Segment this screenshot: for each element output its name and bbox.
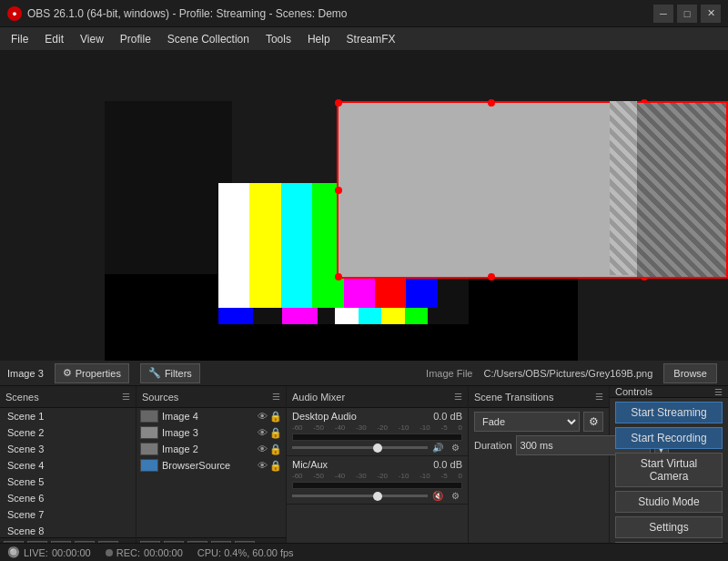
scene-item-3[interactable]: Scene 3	[0, 441, 136, 457]
desktop-audio-config[interactable]: ⚙	[448, 443, 462, 453]
transitions-type-select[interactable]: Fade Cut Swipe Slide	[474, 412, 580, 432]
cpu-text: CPU: 0.4%, 60.00 fps	[197, 547, 294, 558]
start-streaming-button[interactable]: Start Streaming	[615, 402, 723, 423]
audio-header-label: Audio Mixer	[292, 392, 345, 403]
menu-help[interactable]: Help	[300, 29, 338, 49]
source-item-3[interactable]: Image 2 👁 🔒	[136, 441, 286, 457]
mic-aux-config[interactable]: ⚙	[448, 491, 462, 501]
mic-aux-header: Mic/Aux 0.0 dB	[292, 459, 462, 470]
live-label: LIVE:	[24, 547, 48, 558]
desktop-audio-channel: Desktop Audio 0.0 dB -60-50-40-30-20-10-…	[287, 408, 468, 456]
handle-bc[interactable]	[488, 273, 495, 280]
controls-header-label: Controls	[615, 386, 652, 397]
hatched-overlay	[637, 101, 728, 279]
image-file-label: Image File	[426, 368, 472, 379]
settings-button[interactable]: Settings	[615, 516, 723, 538]
audio-menu-icon[interactable]: ☰	[454, 392, 462, 402]
scene-item-6[interactable]: Scene 6	[0, 490, 136, 506]
menu-view[interactable]: View	[73, 29, 111, 49]
controls-panel-header: Controls ☰	[610, 386, 728, 398]
transitions-duration-label: Duration	[474, 440, 512, 451]
start-recording-button[interactable]: Start Recording	[615, 427, 723, 449]
transitions-body: Fade Cut Swipe Slide ⚙ Duration ▲ ▼	[469, 408, 609, 463]
handle-tl[interactable]	[335, 99, 342, 107]
properties-button[interactable]: ⚙ Properties	[55, 363, 129, 383]
eye-icon-4[interactable]: 👁	[258, 460, 268, 472]
handle-bl[interactable]	[335, 273, 342, 280]
controls-body: Start Streaming Start Recording Start Vi…	[610, 398, 728, 561]
cpu-indicator: CPU: 0.4%, 60.00 fps	[197, 547, 294, 558]
desktop-audio-scale: -60-50-40-30-20-10-10-50	[292, 423, 462, 432]
menu-scene-collection[interactable]: Scene Collection	[160, 29, 257, 49]
window-title: OBS 26.1.0 (64-bit, windows) - Profile: …	[27, 7, 347, 20]
desktop-audio-slider[interactable]	[292, 446, 428, 449]
sources-panel-header: Sources ☰	[136, 386, 286, 408]
handle-tc[interactable]	[488, 99, 495, 107]
source-label-2: Image 3	[162, 427, 254, 438]
transitions-menu-icon[interactable]: ☰	[595, 392, 603, 402]
lock-icon-4[interactable]: 🔒	[269, 460, 282, 472]
lock-icon-1[interactable]: 🔒	[269, 411, 282, 423]
scene-item-7[interactable]: Scene 7	[0, 506, 136, 523]
eye-icon-2[interactable]: 👁	[258, 427, 268, 439]
source-icons-1: 👁 🔒	[258, 411, 282, 423]
window-controls[interactable]: ─ □ ✕	[653, 5, 721, 23]
source-item-2[interactable]: Image 3 👁 🔒	[136, 424, 286, 441]
mic-aux-slider[interactable]	[292, 495, 428, 497]
transitions-duration-row: Duration ▲ ▼	[474, 435, 603, 455]
title-bar: ● OBS 26.1.0 (64-bit, windows) - Profile…	[0, 0, 728, 27]
desktop-audio-header: Desktop Audio 0.0 dB	[292, 411, 462, 422]
transitions-panel-header: Scene Transitions ☰	[469, 386, 609, 408]
gear-icon: ⚙	[63, 367, 72, 379]
studio-mode-button[interactable]: Studio Mode	[615, 491, 723, 513]
handle-ml[interactable]	[335, 187, 342, 194]
rec-indicator: REC: 00:00:00	[106, 547, 183, 558]
scene-item-8[interactable]: Scene 8	[0, 523, 136, 537]
rec-icon: 🔘	[7, 546, 20, 558]
scenes-menu-icon[interactable]: ☰	[122, 392, 130, 402]
scenes-panel-header: Scenes ☰	[0, 386, 136, 408]
lock-icon-3[interactable]: 🔒	[269, 444, 282, 455]
mic-aux-mute[interactable]: 🔇	[430, 491, 445, 501]
menu-tools[interactable]: Tools	[258, 29, 298, 49]
scene-item-5[interactable]: Scene 5	[0, 474, 136, 490]
scene-item-1[interactable]: Scene 1	[0, 408, 136, 424]
transitions-panel: Scene Transitions ☰ Fade Cut Swipe Slide…	[469, 386, 610, 561]
desktop-audio-controls: 🔊 ⚙	[292, 443, 462, 453]
source-icons-2: 👁 🔒	[258, 427, 282, 439]
audio-panel: Audio Mixer ☰ Desktop Audio 0.0 dB -60-5…	[287, 386, 469, 561]
close-button[interactable]: ✕	[701, 5, 721, 23]
title-bar-left: ● OBS 26.1.0 (64-bit, windows) - Profile…	[7, 6, 347, 21]
live-indicator: 🔘 LIVE: 00:00:00	[7, 546, 91, 558]
transitions-settings-button[interactable]: ⚙	[583, 412, 603, 432]
scene-item-2[interactable]: Scene 2	[0, 424, 136, 441]
sources-menu-icon[interactable]: ☰	[272, 392, 280, 402]
source-item-1[interactable]: Image 4 👁 🔒	[136, 408, 286, 424]
filters-button[interactable]: 🔧 Filters	[140, 363, 200, 383]
menu-file[interactable]: File	[4, 29, 35, 49]
maximize-button[interactable]: □	[677, 5, 697, 23]
sources-header-label: Sources	[142, 392, 178, 403]
lock-icon-2[interactable]: 🔒	[269, 427, 282, 439]
desktop-audio-db: 0.0 dB	[433, 411, 462, 422]
mic-aux-meter	[292, 482, 462, 489]
desktop-audio-mute[interactable]: 🔊	[430, 443, 445, 453]
menu-edit[interactable]: Edit	[37, 29, 71, 49]
source-item-4[interactable]: BrowserSource 👁 🔒	[136, 457, 286, 474]
transitions-header-label: Scene Transitions	[474, 392, 553, 403]
eye-icon-1[interactable]: 👁	[258, 411, 268, 423]
menu-profile[interactable]: Profile	[113, 29, 158, 49]
menu-streamfx[interactable]: StreamFX	[339, 29, 403, 49]
desktop-audio-meter	[292, 434, 462, 441]
source-label-4: BrowserSource	[162, 460, 254, 471]
start-virtual-camera-button[interactable]: Start Virtual Camera	[615, 453, 723, 487]
scenes-list: Scene 1 Scene 2 Scene 3 Scene 4 Scene 5 …	[0, 408, 136, 537]
image-file-path: C:/Users/OBS/Pictures/Grey169B.png	[483, 368, 652, 379]
controls-menu-icon[interactable]: ☰	[714, 387, 723, 397]
eye-icon-3[interactable]: 👁	[258, 444, 268, 455]
minimize-button[interactable]: ─	[653, 5, 673, 23]
grey-overlay-image[interactable]	[337, 101, 646, 279]
scenes-header-label: Scenes	[5, 392, 39, 403]
browse-button[interactable]: Browse	[663, 363, 717, 383]
scene-item-4[interactable]: Scene 4	[0, 457, 136, 474]
